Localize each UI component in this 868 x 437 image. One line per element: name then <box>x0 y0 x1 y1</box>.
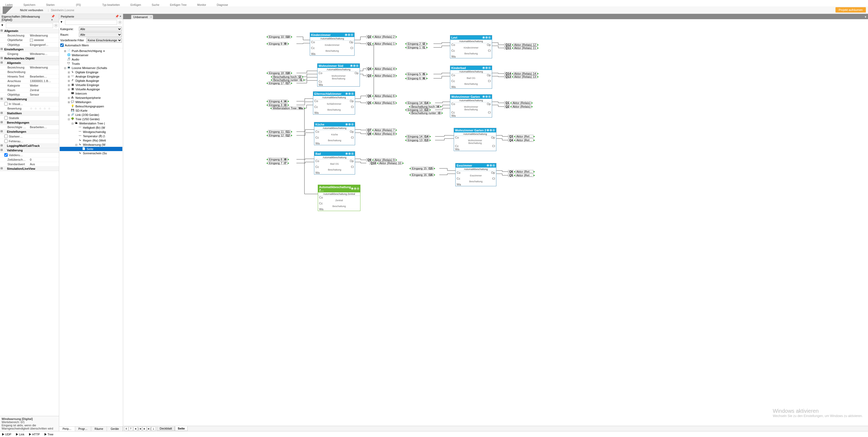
tree-node[interactable]: ↳Regen (Ra) (Wett <box>60 138 122 143</box>
prop-row[interactable]: Hinweis-TextBearbeiten… <box>0 74 59 79</box>
input-connector[interactable]: Eingang 7I7 <box>267 161 289 165</box>
output-connector[interactable]: Q9Aktor (Relais) 9 <box>366 158 397 161</box>
periphery-tab[interactable]: Räume <box>91 427 107 431</box>
function-block[interactable]: Wohnzimmer Süd⊕⊙iAutomatikbeschattungCoO… <box>317 63 360 87</box>
tree-node[interactable]: ⊞📄Push-Benachrichtigung■ <box>60 49 122 53</box>
diagram-canvas[interactable]: Windows aktivieren Wechseln Sie zu den E… <box>123 19 868 426</box>
expand-icon[interactable]: ⊟ <box>71 122 74 125</box>
input-connector[interactable]: Eingang 17I17 <box>267 82 292 85</box>
document-tabs[interactable]: Unbenannt× ▾ <box>123 14 868 19</box>
close-tab-icon[interactable]: × <box>150 15 152 19</box>
input-connector[interactable]: Eingang 15I15 <box>409 167 435 170</box>
expand-icon[interactable]: ⊞ <box>67 80 70 82</box>
tree-node[interactable]: ⊟💻Loxone Miniserver (Schalts <box>60 66 122 70</box>
tree-node[interactable]: ⊞▦Virtuelle Eingänge <box>60 83 122 87</box>
auto-filter-checkbox[interactable] <box>60 43 64 47</box>
ribbon-item[interactable]: Speichern <box>24 3 35 6</box>
prop-checkbox[interactable] <box>4 134 8 138</box>
input-connector[interactable]: Eingang 14I14 <box>405 101 431 104</box>
filter-icon[interactable]: ▼ <box>60 20 64 25</box>
block-header-icons[interactable]: ⊕⊙i <box>345 123 354 126</box>
footer-item[interactable]: Tree <box>44 433 53 436</box>
tree-node[interactable]: ⊞↳Digitale Eingänge <box>60 70 122 74</box>
pin-icon[interactable]: 📌 × <box>115 14 121 18</box>
ribbon-item[interactable]: Starten <box>46 3 55 6</box>
prop-row[interactable]: Validieru… <box>0 153 59 157</box>
document-tab[interactable]: Unbenannt× <box>131 15 153 19</box>
output-connector[interactable]: Q8Aktor (Relais) 8 <box>366 132 397 135</box>
tree-node[interactable]: ↳Sonnenschein (Su <box>60 151 122 155</box>
tree-node[interactable]: 〰Helligkeit (Br) (W <box>60 125 122 130</box>
output-connector[interactable]: Q6Aktor (Relais) 6 <box>366 94 397 97</box>
prop-row[interactable]: Beschreibung <box>0 70 59 74</box>
nav-last-icon[interactable]: ⤓ <box>151 427 156 431</box>
tree-node[interactable]: ⊟↳Windwarnung (W <box>60 143 122 147</box>
output-connector[interactable]: Q6Aktor (Rel… <box>508 170 535 173</box>
input-connector[interactable]: Beschattung hochI4 <box>409 105 441 108</box>
input-connector[interactable]: Eingang 4I4 <box>267 100 289 103</box>
periphery-tabs[interactable]: Perip…Progr…RäumeGeräte <box>59 426 123 431</box>
expand-icon[interactable]: ⊞ <box>67 88 70 91</box>
input-connector[interactable]: Eingang 6I6 <box>405 77 428 80</box>
function-block[interactable]: Elternschlafzimmer⊕⊙iAutomatikbeschattun… <box>313 91 355 115</box>
tree-node[interactable]: ⊞💬Mitteilungen <box>60 100 122 104</box>
prop-row[interactable]: KategorieWetter <box>0 84 59 88</box>
expand-icon[interactable]: ⊞ <box>67 96 70 99</box>
input-connector[interactable]: Eingang 1I1 <box>405 46 428 49</box>
prop-category[interactable]: Simulation/LiveView <box>0 166 59 171</box>
input-connector[interactable]: Eingang 9I9 <box>267 42 289 45</box>
block-header-icons[interactable]: ⊕⊙i <box>482 67 491 69</box>
prop-row[interactable]: EingangWindwarnu… <box>0 52 59 56</box>
tree-node[interactable]: ☎Intercom <box>60 91 122 96</box>
function-block[interactable]: Wohnzimmer Garten 2⊕⊙iAutomatikbeschattu… <box>454 128 496 151</box>
function-block[interactable]: Kinderzimmer⊕⊙iAutomatikbeschattungCoOpK… <box>310 32 354 56</box>
footer-item[interactable]: HTTP <box>29 433 40 436</box>
prop-row[interactable]: Startwer… <box>0 134 59 139</box>
prop-row[interactable]: Fehlerau… <box>0 139 59 144</box>
pin-icon[interactable]: 📌 × <box>51 14 57 21</box>
expand-icon[interactable]: ⊞ <box>67 84 70 87</box>
tree-node[interactable]: 📄Seite <box>60 147 122 151</box>
output-connector[interactable]: Q5Aktor (Rel… <box>508 174 535 177</box>
function-block[interactable]: Bad⊕⊙iAutomatikbeschattungCoOpBad OGCcCl… <box>314 151 355 175</box>
nav-begin-icon[interactable]: |◄ <box>138 427 142 431</box>
prop-row[interactable]: StandardwertAus <box>0 162 59 166</box>
ribbon-item[interactable]: (F5) <box>76 3 81 6</box>
tree-node[interactable]: ⊞🔗Link (2/30 Geräte) <box>60 113 122 117</box>
output-connector[interactable]: Q12Aktor (Relais) 12 <box>504 43 538 46</box>
output-connector[interactable]: Q10Aktor (Relais) 10 <box>370 161 404 165</box>
filter-icon[interactable]: ▼ <box>1 24 5 28</box>
input-connector[interactable]: Eingang 16I16 <box>409 173 435 177</box>
footer-item[interactable]: Link <box>16 433 24 436</box>
output-connector[interactable]: Q2Aktor (Relais) <box>504 105 533 108</box>
expand-icon[interactable]: ⊟ <box>63 67 67 69</box>
tree-node[interactable]: ⊞↱Digitale Ausgänge <box>60 79 122 83</box>
input-connector[interactable]: Eingang 10I10 <box>267 35 292 38</box>
input-connector[interactable]: Eingang 12I12 <box>267 134 292 137</box>
prop-checkbox[interactable] <box>4 153 8 157</box>
tree-node[interactable]: 〰Temperatur (ϑ) (\ <box>60 134 122 138</box>
prop-row[interactable]: RaumZentral <box>0 88 59 92</box>
prop-category[interactable]: Visualisierung <box>0 97 59 101</box>
tree-node[interactable]: 〰Windgeschwindig <box>60 130 122 134</box>
input-connector[interactable]: Wetterstation TreeWa <box>270 106 305 110</box>
block-header-icons[interactable]: ⊕⊙i <box>350 64 359 67</box>
output-connector[interactable]: Q11Aktor (Relais) 11 <box>504 46 538 50</box>
input-connector[interactable]: Eingang 18I18 <box>267 71 292 74</box>
periphery-tab[interactable]: Geräte <box>107 427 123 431</box>
prop-row[interactable]: BezeichnungWindwarnung <box>0 65 59 70</box>
prop-row[interactable]: Zeitübersch…0 <box>0 157 59 162</box>
prop-category[interactable]: Allgemein <box>0 61 59 65</box>
prop-row[interactable]: Anschluss13000001.1.B… <box>0 79 59 84</box>
tree-node[interactable]: 🛡Trusts <box>60 62 122 66</box>
function-block[interactable]: Kinderbad⊕⊙iAutomatikbeschattungCoOpBad … <box>450 66 492 89</box>
output-connector[interactable]: Q4Aktor (Relais) 4 <box>366 67 397 70</box>
prop-checkbox[interactable] <box>4 139 8 143</box>
output-connector[interactable]: Q14Aktor (Relais) 14 <box>504 72 538 75</box>
input-connector[interactable]: Eingang 11I11 <box>267 130 292 133</box>
clear-filter-icon[interactable]: × <box>54 24 58 28</box>
ribbon-item[interactable]: Einfügen <box>131 3 141 6</box>
input-connector[interactable]: Eingang 5I5 <box>405 72 428 76</box>
block-header-icons[interactable]: ⊕⊙i <box>482 95 491 98</box>
prop-row[interactable]: Statistik <box>0 116 59 120</box>
